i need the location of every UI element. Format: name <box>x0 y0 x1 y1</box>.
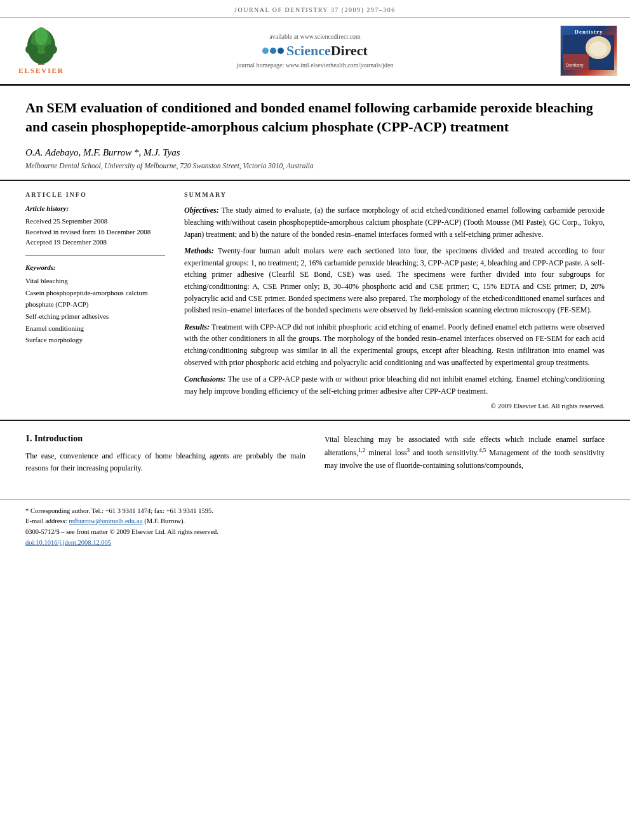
article-info-column: ARTICLE INFO Article history: Received 2… <box>25 191 165 410</box>
sciencedirect-logo: Science Direct <box>262 43 368 59</box>
affiliation: Melbourne Dental School, University of M… <box>25 162 605 170</box>
sd-circles-icon <box>262 48 284 54</box>
intro-para-1: The ease, convenience and efficacy of ho… <box>25 450 305 474</box>
sd-circle-1 <box>262 48 269 54</box>
conclusions-para: Conclusions: The use of a CPP-ACP paste … <box>184 373 605 397</box>
objectives-para: Objectives: The study aimed to evaluate,… <box>184 204 605 240</box>
main-body: 1. Introduction The ease, convenience an… <box>0 421 630 492</box>
sd-circle-2 <box>270 48 276 54</box>
body-left-col: 1. Introduction The ease, convenience an… <box>25 434 305 479</box>
sd-circle-3 <box>278 48 284 54</box>
dentistry-cover-label: Dentistry <box>575 29 603 35</box>
intro-sup-3: 4,5 <box>479 447 486 453</box>
intro-para-2-cont: mineral loss <box>365 448 407 457</box>
available-text: available at www.sciencedirect.com <box>269 33 361 40</box>
email-prefix-text: E-mail address: <box>25 517 69 524</box>
sciencedirect-direct-text: Direct <box>331 43 368 59</box>
journal-homepage-text: journal homepage: www.intl.elsevierhealt… <box>237 62 394 69</box>
sciencedirect-science-text: Science <box>286 43 331 59</box>
results-text: Treatment with CPP-ACP did not inhibit p… <box>184 323 605 367</box>
center-logo-area: available at www.sciencedirect.com Scien… <box>70 33 560 69</box>
keywords-label: Keywords: <box>25 263 165 271</box>
footer-email-row: E-mail address: mfburrow@unimelb.edu.au … <box>25 516 605 527</box>
body-two-col: 1. Introduction The ease, convenience an… <box>25 434 605 479</box>
svg-rect-9 <box>563 54 589 70</box>
footer-issn: 0300-5712/$ – see front matter © 2009 El… <box>25 527 605 538</box>
article-info-heading: ARTICLE INFO <box>25 191 165 198</box>
page-footer: * Corresponding author. Tel.: +61 3 9341… <box>0 499 630 559</box>
top-banner: ELSEVIER available at www.sciencedirect.… <box>0 18 630 86</box>
dentistry-cover-illustration: Dentistry <box>563 35 614 70</box>
doi-text[interactable]: doi:10.1016/j.jdent.2008.12.005 <box>25 539 111 546</box>
svg-point-4 <box>25 44 38 55</box>
elsevier-logo: ELSEVIER <box>13 27 70 74</box>
revised-date: Received in revised form 16 December 200… <box>25 227 165 237</box>
email-link[interactable]: mfburrow@unimelb.edu.au <box>69 517 142 524</box>
methods-para: Methods: Twenty-four human adult molars … <box>184 245 605 316</box>
keyword-1: Vital bleaching <box>25 275 165 287</box>
objectives-text: The study aimed to evaluate, (a) the sur… <box>184 206 605 238</box>
article-title: An SEM evaluation of conditioned and bon… <box>25 98 605 136</box>
summary-heading: SUMMARY <box>184 191 605 198</box>
accepted-date: Accepted 19 December 2008 <box>25 237 165 248</box>
keyword-4: Enamel conditioning <box>25 323 165 335</box>
body-right-col: Vital bleaching may be associated with s… <box>325 434 605 479</box>
svg-point-3 <box>35 27 48 45</box>
intro-para-2: Vital bleaching may be associated with s… <box>325 434 605 472</box>
svg-point-5 <box>44 44 57 55</box>
article-history-label: Article history: <box>25 204 165 212</box>
intro-section-label: Introduction <box>34 434 83 443</box>
keyword-3: Self-etching primer adhesives <box>25 310 165 323</box>
elsevier-tree-icon <box>19 27 64 65</box>
results-label: Results: <box>184 323 210 331</box>
received-date: Received 25 September 2008 <box>25 216 165 227</box>
conclusions-label: Conclusions: <box>184 375 225 383</box>
methods-label: Methods: <box>184 246 214 255</box>
divider-1 <box>25 255 165 256</box>
results-para: Results: Treatment with CPP-ACP did not … <box>184 321 605 368</box>
authors: O.A. Adebayo, M.F. Burrow *, M.J. Tyas <box>25 147 605 158</box>
objectives-label: Objectives: <box>184 206 219 215</box>
dentistry-cover-image: Dentistry Dentistry <box>560 25 617 76</box>
conclusions-text: The use of a CPP-ACP paste with or witho… <box>184 375 605 396</box>
methods-text: Twenty-four human adult molars were each… <box>184 246 605 314</box>
article-title-section: An SEM evaluation of conditioned and bon… <box>0 86 630 181</box>
intro-section-number: 1. <box>25 434 32 443</box>
journal-header-text: JOURNAL OF DENTISTRY 37 (2009) 297–306 <box>234 6 396 13</box>
corresponding-text: * Corresponding author. Tel.: +61 3 9341… <box>25 507 213 514</box>
keyword-5: Surface morphology <box>25 334 165 346</box>
intro-section-title: 1. Introduction <box>25 434 305 444</box>
copyright-text: © 2009 Elsevier Ltd. All rights reserved… <box>184 402 605 410</box>
footer-doi: doi:10.1016/j.jdent.2008.12.005 <box>25 538 605 549</box>
svg-text:Dentistry: Dentistry <box>566 63 584 68</box>
footer-corresponding: * Corresponding author. Tel.: +61 3 9341… <box>25 506 605 517</box>
intro-para-2-cont2: and tooth sensitivity. <box>410 448 479 457</box>
issn-text: 0300-5712/$ – see front matter © 2009 El… <box>25 528 218 535</box>
elsevier-label: ELSEVIER <box>18 67 64 74</box>
intro-sup-1: 1,2 <box>358 447 365 453</box>
journal-header: JOURNAL OF DENTISTRY 37 (2009) 297–306 <box>0 0 630 18</box>
article-info-summary-section: ARTICLE INFO Article history: Received 2… <box>0 181 630 421</box>
summary-column: SUMMARY Objectives: The study aimed to e… <box>184 191 605 410</box>
email-suffix-text: (M.F. Burrow). <box>143 517 185 524</box>
keyword-2: Casein phosphopeptide-amorphous calcium … <box>25 287 165 310</box>
svg-point-8 <box>589 41 607 57</box>
